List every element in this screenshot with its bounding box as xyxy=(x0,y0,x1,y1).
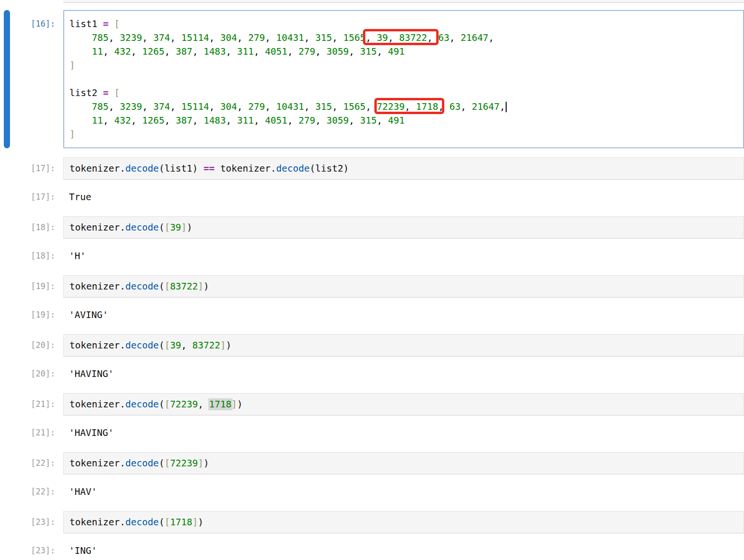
code-line: tokenizer.decode([72239]) xyxy=(69,456,744,470)
code-line: tokenizer.decode([39]) xyxy=(69,221,744,234)
output-area-17: [17]: True xyxy=(0,190,744,204)
code-line: tokenizer.decode([72239, 1718]) xyxy=(69,397,744,411)
input-prompt-17: [17]: xyxy=(0,157,63,180)
code-cell-19[interactable]: [19]: tokenizer.decode([83722]) xyxy=(0,275,744,298)
code-line: tokenizer.decode([1718]) xyxy=(69,515,744,529)
code-line: 11, 432, 1265, 387, 1483, 311, 4051, 279… xyxy=(69,114,743,127)
red-annotation-box: , 39, 83722, xyxy=(365,32,432,43)
code-cell-23[interactable]: [23]: tokenizer.decode([1718]) xyxy=(0,511,744,533)
notebook: [16]: list1 = [ 785, 3239, 374, 15114, 3… xyxy=(0,0,744,558)
previous-cell-partial-editor[interactable] xyxy=(63,0,744,3)
code-editor-23[interactable]: tokenizer.decode([1718]) xyxy=(63,511,744,533)
code-editor-21[interactable]: tokenizer.decode([72239, 1718]) xyxy=(63,393,744,415)
output-text-21: 'HAVING' xyxy=(63,426,744,440)
active-cell-collapser-bar[interactable] xyxy=(4,10,10,148)
output-text-18: 'H' xyxy=(63,249,744,263)
code-editor-18[interactable]: tokenizer.decode([39]) xyxy=(63,216,744,239)
output-prompt-23: [23]: xyxy=(0,544,63,558)
code-cell-18[interactable]: [18]: tokenizer.decode([39]) xyxy=(0,216,744,239)
output-prompt-21: [21]: xyxy=(0,426,63,440)
code-line: 785, 3239, 374, 15114, 304, 279, 10431, … xyxy=(69,100,743,114)
output-prompt-22: [22]: xyxy=(0,485,63,499)
code-line xyxy=(69,72,743,86)
code-editor-22[interactable]: tokenizer.decode([72239]) xyxy=(63,452,744,474)
code-cell-22[interactable]: [22]: tokenizer.decode([72239]) xyxy=(0,452,744,474)
code-line: 785, 3239, 374, 15114, 304, 279, 10431, … xyxy=(69,31,743,45)
input-prompt-20: [20]: xyxy=(0,334,63,357)
code-editor-19[interactable]: tokenizer.decode([83722]) xyxy=(63,275,744,298)
output-text-23: 'ING' xyxy=(63,544,744,558)
highlighted-token: 1718 xyxy=(208,398,233,410)
output-area-23: [23]: 'ING' xyxy=(0,544,744,558)
input-prompt-21: [21]: xyxy=(0,393,63,415)
code-cell-20[interactable]: [20]: tokenizer.decode([39, 83722]) xyxy=(0,334,744,357)
code-line: tokenizer.decode([83722]) xyxy=(69,280,744,293)
code-cell-16[interactable]: [16]: list1 = [ 785, 3239, 374, 15114, 3… xyxy=(0,10,744,148)
code-line: 11, 432, 1265, 387, 1483, 311, 4051, 279… xyxy=(69,45,743,58)
output-prompt-18: [18]: xyxy=(0,249,63,263)
code-line: ] xyxy=(69,127,743,141)
input-prompt-18: [18]: xyxy=(0,216,63,239)
code-line: tokenizer.decode([39, 83722]) xyxy=(69,338,744,352)
output-prompt-19: [19]: xyxy=(0,308,63,322)
code-editor-17[interactable]: tokenizer.decode(list1) == tokenizer.dec… xyxy=(63,157,744,180)
output-area-21: [21]: 'HAVING' xyxy=(0,426,744,440)
code-cell-21[interactable]: [21]: tokenizer.decode([72239, 1718]) xyxy=(0,393,744,415)
output-area-22: [22]: 'HAV' xyxy=(0,485,744,499)
output-area-20: [20]: 'HAVING' xyxy=(0,367,744,381)
output-prompt-17: [17]: xyxy=(0,190,63,204)
output-area-18: [18]: 'H' xyxy=(0,249,744,263)
code-editor-16[interactable]: list1 = [ 785, 3239, 374, 15114, 304, 27… xyxy=(63,10,744,148)
output-text-19: 'AVING' xyxy=(63,308,744,322)
input-prompt-23: [23]: xyxy=(0,511,63,533)
code-cell-17[interactable]: [17]: tokenizer.decode(list1) == tokeniz… xyxy=(0,157,744,180)
code-line: list1 = [ xyxy=(69,17,743,31)
code-editor-20[interactable]: tokenizer.decode([39, 83722]) xyxy=(63,334,744,357)
text-cursor xyxy=(506,102,507,112)
code-line: tokenizer.decode(list1) == tokenizer.dec… xyxy=(69,162,744,175)
output-text-20: 'HAVING' xyxy=(63,367,744,381)
code-line: ] xyxy=(69,58,743,72)
output-text-17: True xyxy=(63,190,744,204)
input-prompt-19: [19]: xyxy=(0,275,63,298)
output-text-22: 'HAV' xyxy=(63,485,744,499)
output-area-19: [19]: 'AVING' xyxy=(0,308,744,322)
code-line: list2 = [ xyxy=(69,86,743,100)
input-prompt-22: [22]: xyxy=(0,452,63,474)
red-annotation-box: 72239, 1718 xyxy=(377,101,438,112)
output-prompt-20: [20]: xyxy=(0,367,63,381)
